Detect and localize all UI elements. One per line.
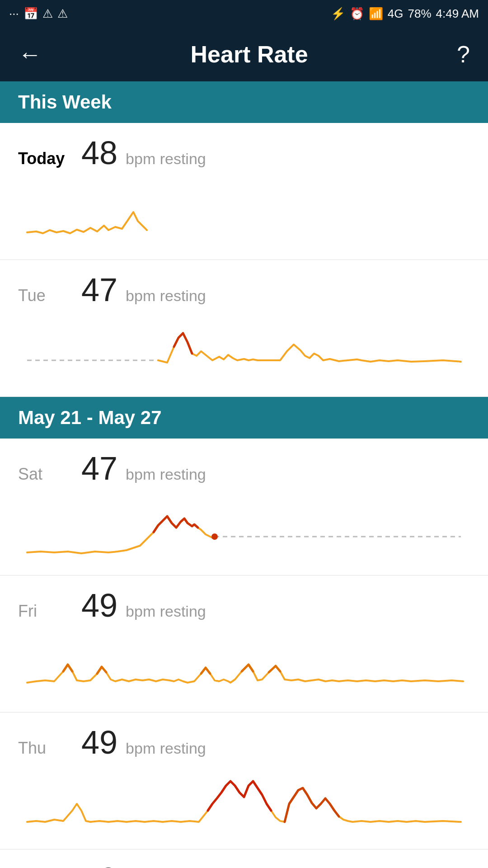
day-label-today: Today: [18, 149, 77, 168]
wifi-icon: 📶: [369, 7, 383, 21]
lte-icon: 4G: [388, 7, 404, 21]
time-display: 4:49 AM: [436, 7, 479, 21]
bpm-unit-thu: bpm resting: [126, 740, 206, 757]
day-row-tue[interactable]: Tue 47 bpm resting: [0, 260, 488, 397]
calendar-icon: 📅: [23, 7, 38, 21]
bpm-unit-fri: bpm resting: [126, 603, 206, 620]
day-row-today[interactable]: Today 48 bpm resting: [0, 123, 488, 260]
section-may21-may27: May 21 - May 27: [0, 397, 488, 439]
svg-point-2: [211, 533, 218, 540]
alarm-icon: ⏰: [350, 7, 364, 21]
bpm-value-sat: 47: [81, 452, 117, 485]
app-header: ← Heart Rate ?: [0, 27, 488, 81]
status-bar: ··· 📅 ⚠ ⚠ ⚡ ⏰ 📶 4G 78% 4:49 AM: [0, 0, 488, 27]
battery-percent: 78%: [408, 7, 432, 21]
bpm-unit-tue: bpm resting: [126, 287, 206, 305]
day-row-thu[interactable]: Thu 49 bpm resting: [0, 712, 488, 849]
status-left-icons: ··· 📅 ⚠ ⚠: [9, 7, 68, 21]
bpm-value-thu: 49: [81, 726, 117, 759]
section-this-week: This Week: [0, 81, 488, 123]
chart-tue: [18, 315, 470, 387]
warning-icon-2: ⚠: [57, 7, 68, 21]
chart-thu: [18, 768, 470, 840]
day-label-sat: Sat: [18, 465, 77, 484]
bpm-unit-today: bpm resting: [126, 150, 206, 168]
chart-today: [18, 178, 470, 250]
day-label-thu: Thu: [18, 739, 77, 758]
help-button[interactable]: ?: [457, 41, 470, 68]
bluetooth-icon: ⚡: [331, 7, 345, 21]
chart-sat: [18, 494, 470, 566]
day-label-tue: Tue: [18, 286, 77, 305]
day-row-sat[interactable]: Sat 47 bpm resting: [0, 439, 488, 576]
back-button[interactable]: ←: [18, 41, 42, 68]
day-label-fri: Fri: [18, 602, 77, 621]
page-title: Heart Rate: [190, 41, 308, 68]
day-row-fri[interactable]: Fri 49 bpm resting: [0, 576, 488, 712]
warning-icon: ⚠: [42, 7, 53, 21]
bpm-value-tue: 47: [81, 274, 117, 306]
msg-icon: ···: [9, 7, 19, 21]
chart-fri: [18, 631, 470, 703]
bpm-value-fri: 49: [81, 589, 117, 622]
bpm-value-today: 48: [81, 137, 117, 169]
bpm-unit-sat: bpm resting: [126, 466, 206, 483]
status-right-icons: ⚡ ⏰ 📶 4G 78% 4:49 AM: [331, 7, 479, 21]
bpm-value-partial: 49: [81, 863, 117, 868]
day-row-partial[interactable]: Fri 49 bpm resting: [0, 849, 488, 868]
